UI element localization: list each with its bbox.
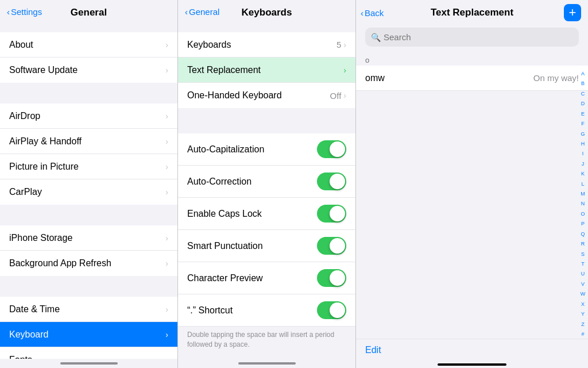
back-label: Settings bbox=[11, 7, 42, 17]
chevron-left-icon: ‹ bbox=[7, 7, 10, 17]
alpha-p[interactable]: P bbox=[581, 221, 585, 227]
panel1-title: General bbox=[71, 7, 107, 18]
keyboards-row-text-replacement[interactable]: Text Replacement › bbox=[178, 57, 355, 83]
settings-list: About › Software Update › AirDrop › AirP… bbox=[0, 23, 177, 359]
text-replacement-back-button[interactable]: ‹ Back bbox=[361, 8, 384, 18]
row-label: Smart Punctuation bbox=[187, 241, 317, 251]
alpha-i[interactable]: I bbox=[582, 151, 584, 156]
toggle-row-auto-cap[interactable]: Auto-Capitalization bbox=[178, 133, 355, 166]
search-icon: 🔍 bbox=[371, 33, 381, 42]
chevron-right-icon: › bbox=[343, 91, 346, 100]
alpha-y[interactable]: Y bbox=[581, 312, 585, 317]
row-label: Text Replacement bbox=[187, 65, 343, 75]
alpha-q[interactable]: Q bbox=[581, 232, 585, 237]
chevron-right-icon: › bbox=[165, 187, 168, 197]
alpha-h[interactable]: H bbox=[581, 141, 585, 147]
toggle-char-preview[interactable] bbox=[317, 269, 346, 287]
row-label: Picture in Picture bbox=[9, 162, 165, 172]
toggle-auto-correction[interactable] bbox=[317, 172, 346, 190]
row-label: Auto-Capitalization bbox=[187, 144, 317, 155]
alpha-j[interactable]: J bbox=[582, 162, 585, 167]
alpha-b[interactable]: B bbox=[581, 81, 585, 86]
divider bbox=[0, 209, 177, 225]
settings-row-airplay-handoff[interactable]: AirPlay & Handoff › bbox=[0, 129, 177, 154]
alpha-r[interactable]: R bbox=[581, 241, 585, 247]
alpha-g[interactable]: G bbox=[581, 132, 585, 137]
alpha-s[interactable]: S bbox=[581, 252, 585, 257]
shortcut-text: omw bbox=[365, 73, 411, 83]
alpha-a[interactable]: A bbox=[581, 71, 585, 76]
toggle-row-period-shortcut[interactable]: “.” Shortcut bbox=[178, 294, 355, 327]
keyboards-list: Keyboards 5 › Text Replacement › One-Han… bbox=[178, 23, 355, 359]
back-label: Back bbox=[365, 8, 384, 18]
chevron-left-icon: ‹ bbox=[361, 8, 363, 18]
toggle-period-shortcut[interactable] bbox=[317, 301, 346, 319]
keyboards-back-button[interactable]: ‹ General bbox=[185, 7, 219, 17]
toggle-caps-lock[interactable] bbox=[317, 205, 346, 223]
divider bbox=[0, 281, 177, 297]
settings-group-4: Date & Time › Keyboard › Fonts › Languag… bbox=[0, 297, 177, 359]
alpha-z[interactable]: Z bbox=[581, 322, 585, 327]
chevron-right-icon: › bbox=[165, 305, 168, 314]
row-label: Character Preview bbox=[187, 273, 317, 283]
alpha-v[interactable]: V bbox=[581, 282, 585, 287]
alphabet-index[interactable]: A B C D E F G H I J K L M N O P Q R S T … bbox=[578, 69, 588, 339]
row-label: Software Update bbox=[9, 65, 165, 75]
add-text-replacement-button[interactable]: + bbox=[564, 4, 581, 21]
toggle-smart-punctuation[interactable] bbox=[317, 237, 346, 255]
alpha-f[interactable]: F bbox=[581, 121, 585, 126]
toggle-auto-cap[interactable] bbox=[317, 140, 346, 158]
settings-row-fonts[interactable]: Fonts › bbox=[0, 347, 177, 359]
edit-button[interactable]: Edit bbox=[365, 345, 381, 355]
alpha-k[interactable]: K bbox=[581, 171, 585, 177]
chevron-right-icon: › bbox=[165, 259, 168, 268]
alpha-e[interactable]: E bbox=[581, 112, 585, 117]
row-label: iPhone Storage bbox=[9, 233, 165, 243]
chevron-right-icon: › bbox=[165, 66, 168, 75]
row-label: Auto-Correction bbox=[187, 177, 317, 187]
alpha-d[interactable]: D bbox=[581, 101, 585, 106]
chevron-right-icon: › bbox=[165, 355, 168, 359]
alpha-c[interactable]: C bbox=[581, 91, 585, 97]
alpha-t[interactable]: T bbox=[581, 262, 585, 267]
settings-row-background-refresh[interactable]: Background App Refresh › bbox=[0, 251, 177, 276]
keyboards-group-1: Keyboards 5 › Text Replacement › One-Han… bbox=[178, 32, 355, 108]
chevron-right-icon: › bbox=[165, 40, 168, 49]
alpha-m[interactable]: M bbox=[581, 191, 585, 197]
alpha-o[interactable]: O bbox=[581, 212, 585, 217]
alpha-u[interactable]: U bbox=[581, 271, 585, 277]
alpha-hash[interactable]: # bbox=[581, 332, 584, 337]
alpha-l[interactable]: L bbox=[581, 182, 584, 187]
row-label: Keyboard bbox=[9, 329, 165, 340]
panel1-header: ‹ Settings General bbox=[0, 0, 177, 23]
toggle-row-auto-correction[interactable]: Auto-Correction bbox=[178, 166, 355, 198]
settings-row-date-time[interactable]: Date & Time › bbox=[0, 297, 177, 322]
search-bar: 🔍 bbox=[365, 28, 579, 47]
row-label: AirPlay & Handoff bbox=[9, 136, 165, 147]
alpha-x[interactable]: X bbox=[581, 302, 585, 307]
alpha-n[interactable]: N bbox=[581, 201, 585, 206]
settings-row-about[interactable]: About › bbox=[0, 32, 177, 57]
hint-text: Double tapping the space bar will insert… bbox=[178, 327, 355, 356]
row-label: One-Handed Keyboard bbox=[187, 90, 330, 101]
settings-row-picture-in-picture[interactable]: Picture in Picture › bbox=[0, 154, 177, 179]
settings-row-software-update[interactable]: Software Update › bbox=[0, 57, 177, 83]
toggle-row-smart-punctuation[interactable]: Smart Punctuation bbox=[178, 230, 355, 262]
keyboards-row-one-handed[interactable]: One-Handed Keyboard Off › bbox=[178, 83, 355, 108]
keyboards-row-keyboards[interactable]: Keyboards 5 › bbox=[178, 32, 355, 57]
settings-back-button[interactable]: ‹ Settings bbox=[7, 7, 42, 17]
text-replacement-row[interactable]: omw On my way! bbox=[356, 66, 588, 91]
toggle-row-char-preview[interactable]: Character Preview bbox=[178, 262, 355, 294]
chevron-right-icon: › bbox=[165, 112, 168, 121]
panel2-title: Keyboards bbox=[242, 7, 292, 18]
settings-row-keyboard[interactable]: Keyboard › bbox=[0, 322, 177, 347]
alpha-w[interactable]: W bbox=[581, 292, 586, 297]
text-replacement-footer: Edit bbox=[356, 339, 588, 361]
search-input[interactable] bbox=[384, 32, 572, 42]
row-label: Background App Refresh bbox=[9, 258, 165, 269]
settings-row-airdrop[interactable]: AirDrop › bbox=[0, 103, 177, 129]
toggle-row-caps-lock[interactable]: Enable Caps Lock bbox=[178, 198, 355, 230]
chevron-right-icon: › bbox=[343, 40, 346, 49]
settings-row-carplay[interactable]: CarPlay › bbox=[0, 179, 177, 205]
settings-row-iphone-storage[interactable]: iPhone Storage › bbox=[0, 225, 177, 251]
